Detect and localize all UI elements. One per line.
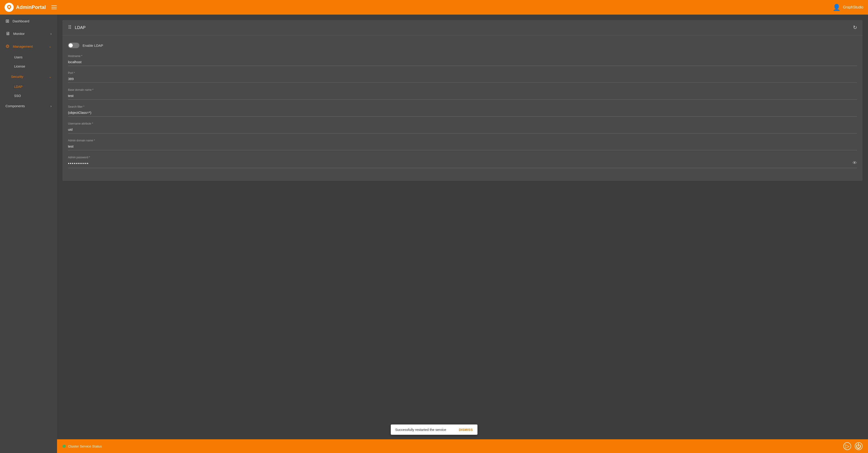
- main-layout: ⊞ Dashboard 🖥 Monitor › ⚙ Management ⌄ U…: [0, 14, 868, 453]
- sidebar-sub-label-sso: SSO: [14, 94, 21, 98]
- sidebar-item-components[interactable]: Components ›: [0, 100, 57, 111]
- hostname-input[interactable]: [68, 59, 857, 66]
- ldap-card-header: ⠿ LDAP ↻: [62, 20, 863, 35]
- management-chevron-icon: ⌄: [49, 44, 52, 48]
- management-icon: ⚙: [5, 43, 9, 49]
- sidebar-item-security[interactable]: Security ⌄: [0, 71, 57, 82]
- bottom-right-icons: ▷ ⏻: [843, 442, 863, 450]
- sidebar: ⊞ Dashboard 🖥 Monitor › ⚙ Management ⌄ U…: [0, 14, 57, 453]
- cluster-status-dot: [62, 445, 66, 448]
- sidebar-item-label-components: Components: [5, 104, 47, 108]
- base-domain-field: Base domain name *: [68, 88, 857, 100]
- monitor-icon: 🖥: [5, 31, 10, 36]
- sidebar-sub-label-users: Users: [14, 56, 23, 59]
- admin-password-input-wrapper: 👁: [68, 160, 857, 168]
- hostname-input-wrapper: [68, 59, 857, 66]
- sidebar-sub-item-sso[interactable]: SSO: [0, 91, 57, 100]
- logo-text: AdminPortal: [16, 4, 46, 10]
- user-avatar-icon: 👤: [833, 4, 841, 11]
- username-attr-input[interactable]: [68, 127, 857, 133]
- sidebar-item-management[interactable]: ⚙ Management ⌄: [0, 40, 57, 53]
- user-name-label: GraphStudio: [843, 5, 863, 9]
- sidebar-item-label-monitor: Monitor: [13, 32, 47, 36]
- ldap-title-area: ⠿ LDAP: [68, 25, 86, 31]
- base-domain-input-wrapper: [68, 93, 857, 100]
- search-filter-input[interactable]: [68, 110, 857, 117]
- port-input[interactable]: [68, 76, 857, 83]
- header-left: AdminPortal: [5, 3, 58, 12]
- refresh-button[interactable]: ↻: [853, 25, 857, 31]
- snackbar-dismiss-button[interactable]: DISMISS: [459, 428, 473, 431]
- sidebar-sub-item-ldap[interactable]: LDAP: [0, 82, 57, 91]
- toggle-slider: [68, 43, 80, 48]
- play-button[interactable]: ▷: [843, 442, 851, 450]
- ldap-card: ⠿ LDAP ↻ Enable LDAP: [62, 20, 863, 181]
- ldap-grid-icon: ⠿: [68, 25, 72, 31]
- username-attr-label: Username attribute *: [68, 122, 857, 125]
- admin-domain-field: Admin domain name *: [68, 139, 857, 150]
- snackbar-message: Successfully restarted the service: [395, 428, 454, 431]
- enable-ldap-toggle[interactable]: [68, 43, 80, 48]
- sidebar-sub-item-users[interactable]: Users: [0, 53, 57, 62]
- dashboard-icon: ⊞: [5, 18, 9, 24]
- admin-domain-input-wrapper: [68, 143, 857, 150]
- logo-icon: [5, 3, 14, 12]
- bottom-bar: Cluster Service Status ▷ ⏻: [57, 439, 868, 453]
- logo-area: AdminPortal: [5, 3, 46, 12]
- components-chevron-icon: ›: [51, 104, 52, 108]
- sidebar-sub-item-license[interactable]: License: [0, 62, 57, 71]
- hostname-label: Hostname *: [68, 55, 857, 58]
- sidebar-sub-label-ldap: LDAP: [14, 85, 23, 89]
- toggle-password-visibility-button[interactable]: 👁: [852, 160, 857, 166]
- port-field: Port *: [68, 71, 857, 83]
- sidebar-item-label-management: Management: [13, 44, 45, 48]
- power-button[interactable]: ⏻: [855, 442, 863, 450]
- port-label: Port *: [68, 71, 857, 74]
- username-attr-input-wrapper: [68, 127, 857, 133]
- hamburger-button[interactable]: [51, 5, 58, 10]
- search-filter-input-wrapper: [68, 110, 857, 117]
- ldap-form: Enable LDAP Hostname * Port *: [62, 35, 863, 181]
- cluster-status-label: Cluster Service Status: [68, 444, 102, 448]
- sidebar-item-dashboard[interactable]: ⊞ Dashboard: [0, 14, 57, 27]
- security-chevron-icon: ⌄: [49, 75, 52, 78]
- base-domain-input[interactable]: [68, 93, 857, 100]
- admin-domain-input[interactable]: [68, 143, 857, 150]
- svg-point-0: [8, 6, 10, 8]
- sidebar-sub-label-license: License: [14, 65, 25, 68]
- admin-password-field: Admin password * 👁: [68, 156, 857, 168]
- search-filter-label: Search filter *: [68, 105, 857, 108]
- content-area: ⠿ LDAP ↻ Enable LDAP: [57, 14, 868, 453]
- snackbar: Successfully restarted the service DISMI…: [391, 424, 477, 435]
- sidebar-item-monitor[interactable]: 🖥 Monitor ›: [0, 27, 57, 40]
- port-input-wrapper: [68, 76, 857, 83]
- sidebar-item-label-security: Security: [11, 74, 45, 78]
- enable-ldap-label: Enable LDAP: [83, 43, 103, 47]
- username-attr-field: Username attribute *: [68, 122, 857, 133]
- monitor-chevron-icon: ›: [51, 32, 52, 36]
- hostname-field: Hostname *: [68, 55, 857, 66]
- enable-ldap-row: Enable LDAP: [68, 43, 857, 48]
- base-domain-label: Base domain name *: [68, 88, 857, 92]
- admin-password-label: Admin password *: [68, 156, 857, 159]
- search-filter-field: Search filter *: [68, 105, 857, 117]
- admin-domain-label: Admin domain name *: [68, 139, 857, 142]
- header-right: 👤 GraphStudio: [833, 4, 863, 11]
- page-content: ⠿ LDAP ↻ Enable LDAP: [57, 14, 868, 439]
- ldap-title: LDAP: [75, 25, 86, 30]
- top-header: AdminPortal 👤 GraphStudio: [0, 0, 868, 14]
- cluster-status: Cluster Service Status: [62, 444, 102, 448]
- admin-password-input[interactable]: [68, 160, 857, 168]
- sidebar-item-label-dashboard: Dashboard: [12, 19, 52, 23]
